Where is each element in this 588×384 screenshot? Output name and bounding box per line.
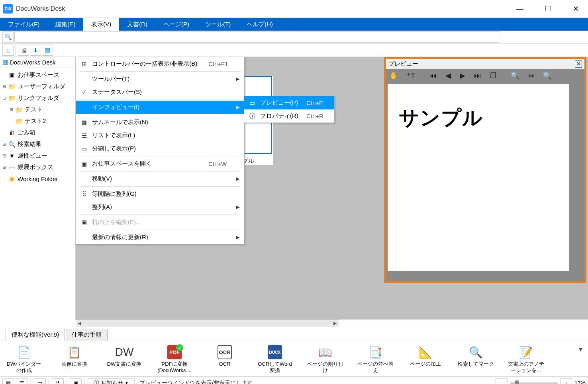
tree-expander-icon[interactable]: ⊟: [2, 96, 6, 101]
menu-item-12[interactable]: 最新の情報に更新(R)▶: [76, 231, 244, 244]
last-page-icon[interactable]: ⏭: [474, 72, 481, 80]
zoom-out-button[interactable]: −: [496, 378, 508, 384]
view-thumbs-button[interactable]: ▦: [2, 378, 14, 384]
tree-expander-icon[interactable]: ⊞: [2, 153, 6, 158]
strip-button-icon: PDF✓: [167, 345, 182, 359]
strip-button-3[interactable]: PDF✓PDFに変換(DocuWorks ...: [156, 345, 193, 373]
sidebar-item-label: お仕事スペース: [18, 71, 59, 79]
folder-icon: ▭: [8, 164, 16, 171]
menu-item-2[interactable]: ✓ステータスバー(S): [76, 86, 244, 99]
next-page-icon[interactable]: ▶: [460, 71, 465, 80]
menu-file[interactable]: ファイル(F): [0, 18, 47, 31]
notice-button[interactable]: ⓘ お知らせ ▼: [88, 378, 135, 384]
window-titlebar: DW DocuWorks Desk — ☐ ✕: [0, 0, 588, 18]
view-grid-button[interactable]: ⠿: [52, 378, 64, 384]
check-badge-icon: ✓: [176, 344, 183, 351]
strip-button-0[interactable]: 📄DWバインダーの作成: [6, 345, 42, 373]
submenu-item-icon: ▭: [248, 99, 256, 107]
first-page-icon[interactable]: ⏮: [429, 72, 437, 80]
strip-button-4[interactable]: OCROCR: [206, 345, 243, 367]
maximize-button[interactable]: ☐: [539, 2, 557, 15]
sidebar-item-属性ビュー[interactable]: ⊞▼属性ビュー: [0, 150, 75, 162]
notice-label: お知らせ: [101, 380, 123, 384]
menu-item-4[interactable]: ▦サムネールで表示(N): [76, 116, 244, 129]
sidebar-item-ごみ箱[interactable]: 🗑ごみ箱: [0, 127, 75, 138]
strip-button-5[interactable]: DOCXOCRしてWord変換: [257, 345, 293, 373]
menu-item-8[interactable]: 移動(V)▶: [76, 172, 244, 185]
folder-icon: 📁: [16, 118, 23, 125]
view-split-button[interactable]: ▭: [34, 378, 46, 384]
scan-button[interactable]: ⌂: [2, 45, 14, 56]
fit-width-icon[interactable]: ⇔: [528, 71, 534, 80]
menu-item-icon: ⊞: [80, 60, 88, 68]
submenu-item-1[interactable]: ⓘプロパティ(R)Ctrl+R: [244, 109, 334, 123]
tree-expander-icon[interactable]: ⊞: [2, 142, 6, 147]
sidebar-item-テスト2[interactable]: 📁テスト2: [0, 115, 75, 127]
workspace-horizontal-scrollbar[interactable]: ◀▶: [76, 320, 339, 327]
sidebar-item-Working Folder[interactable]: ▣Working Folder: [0, 173, 75, 184]
folder-icon: 🗑: [8, 129, 16, 136]
strip-button-label: DWバインダーの作成: [6, 361, 42, 373]
sidebar-item-ユーザーフォルダ[interactable]: ⊞📁ユーザーフォルダ: [0, 81, 75, 92]
menu-edit[interactable]: 編集(E): [47, 18, 83, 31]
print-button[interactable]: 🖨: [18, 45, 29, 56]
sidebar-item-label: ユーザーフォルダ: [18, 83, 65, 90]
folder-icon: 📁: [8, 95, 16, 102]
menu-item-3[interactable]: インフォビュー(I)▶: [76, 101, 244, 114]
check-icon: ✓: [80, 89, 88, 96]
view-dropdown: ⊞コントロールバーの一括表示/非表示(B)Ctrl+F1ツールバー(T)▶✓ステ…: [76, 57, 245, 244]
strip-button-8[interactable]: 📐ページの加工: [407, 345, 444, 367]
strip-button-10[interactable]: 📝文書上のアノテーションを...: [508, 345, 544, 373]
zoom-in-icon[interactable]: 🔍: [543, 71, 552, 80]
sidebar-item-テスト[interactable]: ⊞📁テスト: [0, 104, 75, 115]
close-button[interactable]: ✕: [566, 2, 585, 15]
strip-button-9[interactable]: 🔍検索してマーク: [457, 345, 494, 367]
menu-item-0[interactable]: ⊞コントロールバーの一括表示/非表示(B)Ctrl+F1: [76, 57, 244, 70]
strip-button-icon: 📑: [368, 345, 382, 359]
search-input[interactable]: [14, 31, 500, 43]
zoom-in-button[interactable]: +: [560, 378, 572, 384]
tab-work-procedure[interactable]: 仕事の手順: [66, 329, 108, 341]
menu-document[interactable]: 文書(D): [119, 18, 155, 31]
save-button[interactable]: ⬇: [30, 45, 41, 56]
hand-tool-icon[interactable]: ✋: [389, 71, 398, 80]
menu-help[interactable]: ヘルプ(H): [239, 18, 281, 31]
menu-tool[interactable]: ツール(T): [197, 18, 239, 31]
pages-icon[interactable]: ❐: [490, 71, 496, 80]
view-workspace-button[interactable]: ▣: [70, 378, 82, 384]
menu-item-9[interactable]: ⠿等間隔に整列(G): [76, 187, 244, 201]
menu-item-1[interactable]: ツールバー(T)▶: [76, 72, 244, 86]
tree-expander-icon[interactable]: ⊞: [2, 165, 6, 170]
sidebar-item-検索結果[interactable]: ⊞🔍検索結果: [0, 138, 75, 150]
tree-expander-icon[interactable]: ⊞: [9, 107, 14, 112]
strip-button-1[interactable]: 📋画像に変換: [56, 345, 92, 367]
preview-page-text: サンプル: [399, 105, 558, 131]
strip-button-2[interactable]: DWDW文書に変換: [106, 345, 143, 367]
menu-item-7[interactable]: ▣お仕事スペースを開くCtrl+W: [76, 157, 244, 170]
submenu-item-0[interactable]: ▭プレビュー(P)Ctrl+E: [244, 96, 334, 109]
tree-expander-icon[interactable]: ⊞: [2, 84, 6, 89]
minimize-button[interactable]: —: [511, 2, 529, 15]
sidebar-item-リンクフォルダ[interactable]: ⊟📁リンクフォルダ: [0, 92, 75, 104]
view-list-button[interactable]: ☰: [16, 378, 28, 384]
tab-useful-functions[interactable]: 便利な機能(Ver.9): [6, 329, 65, 341]
info-icon: ⓘ: [94, 380, 99, 384]
folder-icon: ▼: [8, 152, 16, 159]
strip-expand-button[interactable]: ▾: [579, 345, 582, 354]
search-icon-button[interactable]: 🔍: [2, 31, 14, 43]
menu-item-6[interactable]: ▭分割して表示(P): [76, 142, 244, 155]
strip-button-7[interactable]: 📑ページの並べ替え: [357, 345, 394, 373]
menu-item-10[interactable]: 整列(A)▶: [76, 201, 244, 214]
zoom-out-icon[interactable]: 🔍: [511, 71, 519, 80]
menu-view[interactable]: 表示(V): [83, 18, 119, 31]
zoom-slider[interactable]: [510, 382, 558, 384]
strip-button-6[interactable]: 📖ページの割り付け: [307, 345, 343, 373]
preview-close-button[interactable]: ✕: [575, 60, 582, 68]
sidebar-item-親展ボックス[interactable]: ⊞▭親展ボックス: [0, 162, 75, 173]
prev-page-icon[interactable]: ◀: [445, 71, 451, 80]
menu-item-5[interactable]: ☰リストで表示(L): [76, 129, 244, 142]
sidebar-item-お仕事スペース[interactable]: ▣お仕事スペース: [0, 69, 75, 81]
menu-page[interactable]: ページ(P): [155, 18, 197, 31]
add-text-icon[interactable]: ⁺T: [407, 71, 415, 80]
layout-button[interactable]: ▦: [42, 45, 53, 56]
